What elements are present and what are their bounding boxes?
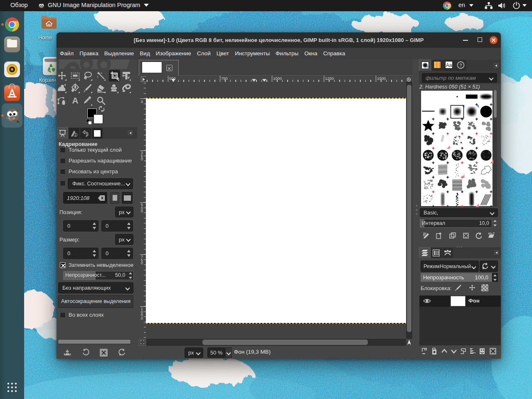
svg-text:A: A bbox=[72, 96, 78, 105]
svg-text:?: ? bbox=[459, 63, 462, 68]
